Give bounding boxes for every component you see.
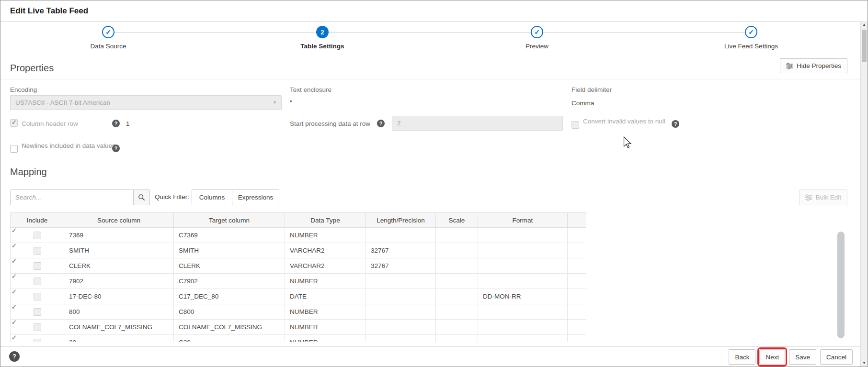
help-icon[interactable]: ? — [377, 120, 385, 127]
edit-live-table-feed-dialog: Edit Live Table Feed ✓ Data Source 2 Tab… — [0, 0, 868, 367]
cell-empty — [568, 274, 587, 289]
chevron-down-icon: ▼ — [273, 96, 277, 110]
step-live-feed-settings[interactable]: ✓ Live Feed Settings — [698, 26, 804, 50]
cell-include — [11, 335, 64, 342]
check-icon: ✓ — [534, 28, 540, 36]
cell-include — [11, 304, 64, 320]
cell-length — [366, 228, 436, 243]
cell-empty — [568, 304, 587, 320]
cell-include — [11, 320, 64, 335]
search-input[interactable] — [10, 189, 134, 205]
scroll-up-icon[interactable]: ▲ — [861, 21, 868, 28]
cell-type: VARCHAR2 — [285, 258, 366, 274]
cell-empty — [568, 289, 587, 304]
include-checkbox[interactable] — [34, 278, 41, 285]
step-complete-check-icon: ✓ — [745, 26, 757, 38]
quick-filter-label: Quick Filter: — [155, 193, 189, 200]
cell-include — [11, 258, 64, 274]
column-header-row-checkbox[interactable] — [10, 119, 18, 127]
cell-format — [478, 258, 568, 274]
column-header-row-label: Column header row — [22, 120, 78, 127]
step-number: 2 — [320, 29, 324, 36]
step-complete-check-icon: ✓ — [531, 26, 543, 38]
help-icon[interactable]: ? — [9, 351, 20, 362]
cell-type: NUMBER — [285, 335, 366, 342]
dialog-scrollbar[interactable]: ▲ ▼ — [860, 21, 868, 367]
convert-invalid-checkbox[interactable] — [571, 121, 579, 129]
mapping-divider — [0, 183, 860, 183]
include-checkbox[interactable] — [34, 339, 41, 342]
cell-source: 7902 — [64, 274, 174, 289]
text-enclosure-value: " — [290, 99, 292, 107]
cell-scale — [436, 228, 478, 243]
include-checkbox[interactable] — [34, 308, 41, 316]
back-button[interactable]: Back — [729, 349, 755, 365]
field-delimiter-label: Field delimiter — [571, 86, 612, 93]
cell-scale — [436, 335, 478, 342]
sliders-icon — [805, 194, 812, 201]
cell-source: SMITH — [64, 243, 174, 258]
search-icon — [138, 194, 145, 201]
include-checkbox[interactable] — [34, 323, 41, 331]
cell-target: SMITH — [174, 243, 285, 258]
bulk-edit-button[interactable]: Bulk Edit — [799, 189, 847, 205]
mouse-cursor — [623, 136, 634, 151]
step-preview[interactable]: ✓ Preview — [484, 26, 590, 50]
table-row: 7902C7902NUMBER — [11, 274, 587, 289]
step-data-source[interactable]: ✓ Data Source — [56, 26, 161, 50]
help-icon[interactable]: ? — [112, 145, 120, 152]
scroll-down-icon[interactable]: ▼ — [861, 359, 868, 367]
start-processing-input[interactable] — [392, 116, 563, 131]
cell-type: NUMBER — [285, 304, 366, 320]
footer-buttons: Back Next Save Cancel — [729, 349, 853, 365]
cell-target: C20 — [174, 335, 285, 342]
cell-format — [478, 274, 568, 289]
cell-source: 20 — [64, 335, 174, 342]
properties-heading: Properties — [10, 63, 54, 74]
encoding-select[interactable]: US7ASCII - ASCII 7-bit American ▼ — [10, 95, 282, 110]
include-checkbox[interactable] — [34, 232, 41, 239]
cell-length — [366, 304, 436, 320]
next-button[interactable]: Next — [759, 349, 785, 365]
include-checkbox[interactable] — [34, 247, 41, 255]
include-checkbox[interactable] — [34, 262, 41, 270]
step-complete-check-icon: ✓ — [102, 26, 114, 38]
cell-scale — [436, 320, 478, 335]
table-body: 7369C7369NUMBERSMITHSMITHVARCHAR232767CL… — [11, 228, 587, 342]
include-checkbox[interactable] — [34, 293, 41, 300]
search-button[interactable] — [133, 189, 150, 205]
cell-type: NUMBER — [285, 320, 366, 335]
table-scrollbar-thumb[interactable] — [837, 232, 845, 338]
cell-empty — [568, 320, 587, 335]
cell-length: 32767 — [366, 243, 436, 258]
cell-include — [11, 274, 64, 289]
table-header-row: IncludeSource columnTarget columnData Ty… — [11, 213, 587, 228]
cell-include — [11, 243, 64, 258]
filter-columns-button[interactable]: Columns — [192, 189, 232, 205]
text-enclosure-label: Text enclosure — [290, 86, 331, 93]
help-icon[interactable]: ? — [112, 120, 120, 127]
encoding-value: US7ASCII - ASCII 7-bit American — [15, 99, 110, 106]
check-icon: ✓ — [748, 28, 754, 36]
cancel-button[interactable]: Cancel — [820, 349, 853, 365]
step-table-settings[interactable]: 2 Table Settings — [270, 26, 375, 50]
dialog-titlebar: Edit Live Table Feed — [0, 0, 868, 22]
column-header: Format — [478, 213, 568, 228]
table-row: 20C20NUMBER — [11, 335, 587, 342]
column-header-empty — [568, 213, 587, 228]
column-header: Scale — [436, 213, 478, 228]
step-label: Live Feed Settings — [698, 43, 804, 50]
bulk-edit-label: Bulk Edit — [816, 194, 841, 201]
column-header: Target column — [174, 213, 285, 228]
hide-properties-button[interactable]: Hide Properties — [780, 58, 847, 73]
cell-source: 7369 — [64, 228, 174, 243]
dialog-scrollbar-thumb[interactable] — [862, 30, 867, 62]
cell-format: DD-MON-RR — [478, 289, 568, 304]
save-button[interactable]: Save — [789, 349, 816, 365]
newlines-checkbox[interactable] — [10, 145, 18, 153]
help-icon[interactable]: ? — [672, 120, 679, 128]
filter-expressions-button[interactable]: Expressions — [232, 189, 279, 205]
cell-empty — [568, 228, 587, 243]
newlines-label: Newlines included in data values — [22, 142, 120, 150]
cell-scale — [436, 258, 478, 274]
